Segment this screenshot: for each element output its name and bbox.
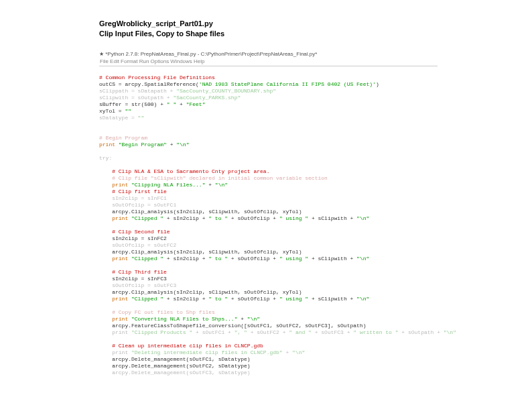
code-line: arcpy.Clip_analysis(sIn2clip, sClipwith,…	[99, 209, 302, 215]
code-line: print "Clipped " + sIn2clip + " to " + s…	[99, 215, 369, 221]
code-line: sDatatype = ""	[99, 115, 144, 121]
doc-filename: GregWroblicky_script_Part01.py	[99, 19, 532, 29]
code-line: arcpy.Delete_management(sOutFC2, sDataty…	[99, 363, 251, 369]
code-line: print "Deleting intermediate clip files …	[99, 349, 305, 355]
code-line: # Copy FC out files to Shp files	[99, 309, 215, 315]
code-line: sClipwith = sOutpath + "SacCounty_PARKS.…	[99, 95, 241, 101]
window-title-text: *Python 2.7.8: PrepNatAreas_Final.py - C…	[105, 51, 317, 57]
menu-bar: File Edit Format Run Options Windows Hel…	[99, 58, 532, 64]
code-line: print "Clipped Products " + sOutFC1 + ",…	[99, 329, 456, 335]
code-line: try:	[99, 155, 112, 161]
code-line: # Clip file "sClipwith" declared in init…	[99, 175, 328, 181]
code-line: sOutOfclip = sOutFC2	[99, 242, 176, 248]
code-line: sBuffer = str(500) + " " + "Feet"	[99, 101, 205, 107]
code-line: sIn2clip = sInFC3	[99, 276, 167, 282]
code-block: # Common Processing File Definitions out…	[99, 68, 532, 376]
code-line: xyTol = ""	[99, 108, 131, 114]
code-line: # Clip Third file	[99, 269, 167, 275]
star-icon: ★	[99, 51, 104, 57]
code-line: print "Clipping NLA Files..." + "\n"	[99, 182, 228, 188]
code-line: sIn2clip = sInFC1	[99, 195, 167, 201]
code-line: # Clean up intermediate clip files in CL…	[99, 343, 263, 349]
code-line: # Clip first file	[99, 188, 167, 194]
code-line: print "Clipped " + sIn2clip + " to " + s…	[99, 255, 369, 262]
doc-subtitle: Clip Input Files, Copy to Shape files	[99, 29, 532, 39]
code-line: # Begin Program	[99, 135, 147, 141]
code-line: arcpy.Delete_management(sOutFC1, sDataty…	[99, 356, 251, 362]
code-line: arcpy.Clip_analysis(sIn2clip, sClipwith,…	[99, 249, 302, 255]
code-line: sIn2clip = sInFC2	[99, 235, 167, 241]
code-line: sOutOfclip = sOutFC3	[99, 282, 176, 288]
code-line: sOutOfclip = sOutFC1	[99, 202, 176, 208]
window-title: ★ *Python 2.7.8: PrepNatAreas_Final.py -…	[99, 51, 532, 57]
code-line: # Clip NLA & ESA to Sacramento Cnty proj…	[99, 168, 269, 174]
code-line: print "Begin Program" + "\n"	[99, 141, 189, 148]
code-line: arcpy.Clip_analysis(sIn2clip, sClipwith,…	[99, 289, 302, 295]
code-line: arcpy.Delete_management(sOutFC3, sDataty…	[99, 369, 251, 376]
code-line: print "Converting NLA Files to Shps..." …	[99, 316, 260, 322]
code-line: sClippath = sDatapath + "SacCounty_COUNT…	[99, 88, 276, 94]
code-line: arcpy.FeatureClassToShapefile_conversion…	[99, 323, 366, 329]
code-line: # Common Processing File Definitions	[99, 74, 215, 80]
doc-heading: GregWroblicky_script_Part01.py Clip Inpu…	[99, 19, 532, 39]
divider	[99, 66, 438, 66]
code-line: outCS = arcpy.SpatialReference('NAD 1983…	[99, 81, 379, 87]
document-page: GregWroblicky_script_Part01.py Clip Inpu…	[0, 0, 532, 376]
code-line: print "Clipped " + sIn2clip + " to " + s…	[99, 296, 369, 302]
code-line: # Clip Second file	[99, 229, 170, 235]
